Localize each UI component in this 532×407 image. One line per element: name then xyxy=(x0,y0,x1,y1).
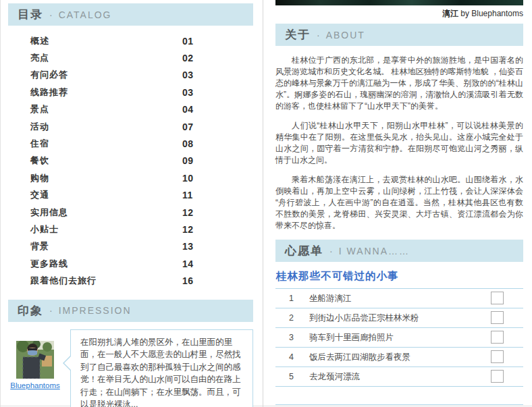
wishlist-item-number: 2 xyxy=(289,313,309,323)
about-paragraph: 乘着木船荡漾在漓江上，去观赏桂林的山水吧。山围绕着水，水倒映着山，再加上空中云雾… xyxy=(275,174,523,232)
column-divider xyxy=(263,0,263,407)
about-paragraph: 桂林位于广西的东北部，是享誉中外的旅游胜地，是中国著名的风景游览城市和历史文化名… xyxy=(275,55,523,112)
wishlist-item-number: 4 xyxy=(289,352,309,362)
catalog-title-zh: 目录 xyxy=(18,7,43,22)
wishlist-item-text: 饭后去两江四湖散步看夜景 xyxy=(309,352,410,363)
toc-item-practical-info: 实用信息 12 xyxy=(8,204,253,221)
photo-caption-title: 漓江 xyxy=(442,9,458,18)
toc-item-activities: 活动 07 xyxy=(8,118,253,135)
toc-item-label: 活动 xyxy=(30,121,49,133)
toc-item-label: 住宿 xyxy=(30,138,49,150)
quote-bubble: 在阳朔扎满人堆的景区外，在山里面的里面，在一般人不大愿意去的山村里，尽然找到了自… xyxy=(70,329,253,407)
toc-item-label: 购物 xyxy=(30,172,49,184)
toc-item-page: 16 xyxy=(182,275,194,286)
wishlist-checkbox[interactable] xyxy=(491,331,504,344)
toc-item-label: 实用信息 xyxy=(30,207,68,219)
toc-item-label: 概述 xyxy=(30,35,49,47)
toc-item-faq: 有问必答 03 xyxy=(8,67,253,84)
toc-item-page: 03 xyxy=(182,87,194,98)
wishlist-item-number: 3 xyxy=(289,333,309,342)
toc-item-follow-them: 跟着他们去旅行 16 xyxy=(8,272,253,289)
toc-item-page: 02 xyxy=(182,53,194,63)
impression-dot-separator: · xyxy=(49,305,53,316)
wishlist-checkbox[interactable] xyxy=(491,292,504,304)
toc-item-label: 跟着他们去旅行 xyxy=(30,275,97,287)
toc-item-page: 09 xyxy=(182,155,194,166)
toc-item-page: 04 xyxy=(182,104,194,115)
toc-item-label: 餐饮 xyxy=(30,155,49,167)
wishlist-item-rafting: 5 去龙颈河漂流 xyxy=(275,367,523,387)
catalog-section-header: 目录 · CATALOG xyxy=(8,3,253,26)
toc-item-page: 13 xyxy=(182,241,194,252)
toc-item-transport: 交通 11 xyxy=(8,187,253,204)
wishlist-item-cycling-photos: 3 骑车到十里画廊拍照片 xyxy=(275,328,523,348)
wishlist-title-zh: 心愿单 xyxy=(285,243,323,259)
wishlist-item-night-walk: 4 饭后去两江四湖散步看夜景 xyxy=(275,348,523,367)
toc-item-page: 11 xyxy=(182,190,193,200)
toc-item-background: 背景 13 xyxy=(8,238,253,255)
wishlist-item-text: 到街边小店品尝正宗桂林米粉 xyxy=(309,313,419,324)
toc-item-page: 01 xyxy=(182,36,194,47)
catalog-title-en: CATALOG xyxy=(59,9,112,20)
toc-item-lodging: 住宿 08 xyxy=(8,135,253,152)
toc-item-label: 景点 xyxy=(30,103,49,115)
about-paragraph: 人们说“桂林山水甲天下，阳朔山水甲桂林”，可以说桂林美景的精华集中在了阳朔。在这… xyxy=(275,120,523,166)
impression-section-header: 印象 · IMPRESSION xyxy=(8,300,253,322)
wishlist-checkbox[interactable] xyxy=(491,311,504,324)
toc-item-label: 更多路线 xyxy=(30,258,68,270)
wishlist-item-rice-noodles: 2 到街边小店品尝正宗桂林米粉 xyxy=(275,308,523,328)
toc-item-page: 03 xyxy=(182,70,194,80)
about-title-en: ABOUT xyxy=(326,30,365,40)
photo-caption: 漓江 by Bluephantoms xyxy=(275,8,523,19)
toc-item-page: 12 xyxy=(182,207,194,218)
page-left-edge xyxy=(0,0,1,407)
wishlist-title-en: I WANNA…… xyxy=(339,246,410,256)
author-profile-link[interactable]: Bluephantoms xyxy=(10,381,60,389)
toc-item-routes: 线路推荐 03 xyxy=(8,84,253,101)
toc-item-more-routes: 更多路线 14 xyxy=(8,255,253,272)
toc-item-page: 07 xyxy=(182,121,194,132)
quote-text: 在阳朔扎满人堆的景区外，在山里面的里面，在一般人不大愿意去的山村里，尽然找到了自… xyxy=(80,337,241,407)
toc-item-overview: 概述 01 xyxy=(8,32,253,49)
about-section-header: 关于 · ABOUT xyxy=(275,24,523,46)
about-dot-separator: · xyxy=(317,30,320,40)
wishlist-empty-row xyxy=(275,387,523,405)
toc-item-page: 14 xyxy=(182,259,194,269)
wishlist-item-number: 5 xyxy=(289,372,309,381)
toc-item-shopping: 购物 10 xyxy=(8,169,253,186)
author-avatar xyxy=(16,341,54,379)
wishlist-item-text: 骑车到十里画廊拍照片 xyxy=(309,332,394,344)
wishlist: 1 坐船游漓江 2 到街边小店品尝正宗桂林米粉 3 骑车到十里画廊拍照片 4 饭… xyxy=(275,288,523,405)
toc-item-page: 10 xyxy=(182,173,194,184)
toc-item-page: 12 xyxy=(182,224,194,235)
wishlist-subtitle: 桂林那些不可错过的小事 xyxy=(276,269,523,283)
catalog-dot-separator: · xyxy=(49,9,53,20)
impression-title-zh: 印象 xyxy=(18,303,43,319)
photo-caption-credit: by Bluephantoms xyxy=(458,9,523,18)
author-block: Bluephantoms xyxy=(8,329,62,407)
wishlist-section-header: 心愿单 · I WANNA…… xyxy=(275,240,523,262)
toc-item-label: 亮点 xyxy=(30,52,49,64)
toc-item-sights: 景点 04 xyxy=(8,101,253,118)
left-column: 目录 · CATALOG 概述 01 亮点 02 有问必答 03 线路推荐 03… xyxy=(8,3,253,407)
wishlist-item-boat-ride: 1 坐船游漓江 xyxy=(275,289,523,308)
impression-block: Bluephantoms 在阳朔扎满人堆的景区外，在山里面的里面，在一般人不大愿… xyxy=(8,329,253,407)
wishlist-checkbox[interactable] xyxy=(491,350,504,363)
right-column: 漓江 by Bluephantoms 关于 · ABOUT 桂林位于广西的东北部… xyxy=(275,0,523,405)
toc-item-tips: 小贴士 12 xyxy=(8,221,253,238)
toc-item-label: 线路推荐 xyxy=(30,86,68,99)
wishlist-dot-separator: · xyxy=(329,246,333,256)
toc-item-page: 08 xyxy=(182,138,194,149)
toc-item-highlights: 亮点 02 xyxy=(8,49,253,66)
wishlist-item-number: 1 xyxy=(289,294,309,303)
table-of-contents: 概述 01 亮点 02 有问必答 03 线路推荐 03 景点 04 活动 07 … xyxy=(8,32,253,290)
wishlist-item-text: 去龙颈河漂流 xyxy=(309,371,360,383)
toc-item-label: 小贴士 xyxy=(30,223,59,236)
toc-item-label: 交通 xyxy=(30,189,49,201)
lijiang-river-photo xyxy=(275,0,523,5)
toc-item-dining: 餐饮 09 xyxy=(8,153,253,169)
wishlist-item-text: 坐船游漓江 xyxy=(309,293,352,304)
impression-title-en: IMPRESSION xyxy=(59,305,132,316)
wishlist-checkbox[interactable] xyxy=(491,370,504,383)
toc-item-label: 有问必答 xyxy=(30,69,68,81)
